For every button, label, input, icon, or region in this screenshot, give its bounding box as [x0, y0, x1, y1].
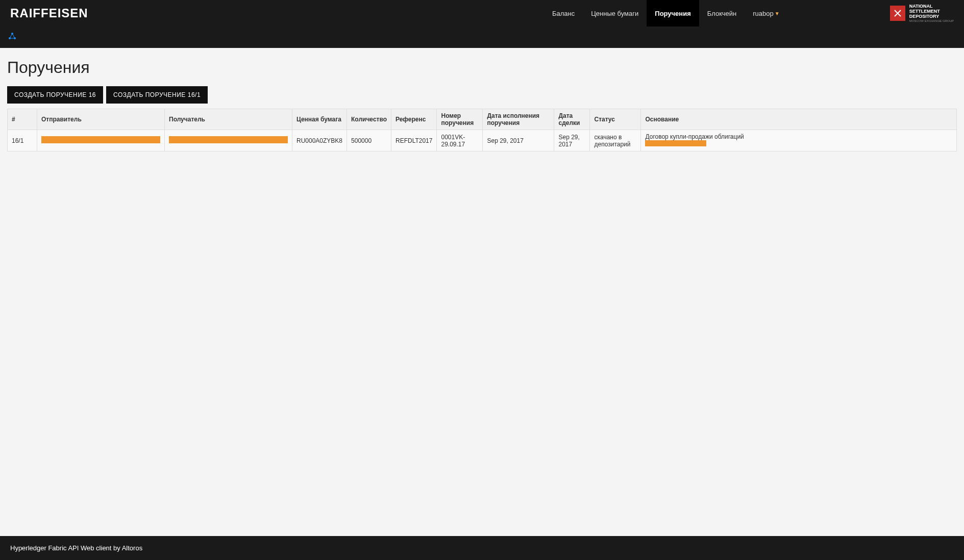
action-buttons: СОЗДАТЬ ПОРУЧЕНИЕ 16 СОЗДАТЬ ПОРУЧЕНИЕ 1… [7, 86, 957, 104]
cell-exec-date: Sep 29, 2017 [483, 130, 554, 151]
table-header-row: # Отправитель Получатель Ценная бумага К… [8, 109, 957, 130]
nav-orders[interactable]: Поручения [647, 0, 699, 27]
th-qty: Количество [347, 109, 391, 130]
cell-trade-date: Sep 29, 2017 [554, 130, 590, 151]
nsd-icon [890, 6, 905, 21]
nsd-line3: DEPOSITORY [909, 14, 954, 19]
th-security: Ценная бумага [292, 109, 347, 130]
th-status: Статус [590, 109, 641, 130]
caret-down-icon: ▼ [775, 11, 780, 16]
nav-securities[interactable]: Ценные бумаги [583, 0, 647, 27]
brand-logo[interactable]: RAIFFEISEN [10, 6, 88, 20]
basis-text: Договор купли-продажи облигаций [645, 133, 744, 140]
nav-balance[interactable]: Баланс [544, 0, 583, 27]
cell-qty: 500000 [347, 130, 391, 151]
redacted-block [41, 136, 160, 143]
cell-security: RU000A0ZYBK8 [292, 130, 347, 151]
th-recipient: Получатель [165, 109, 292, 130]
cell-status: скачано в депозитарий [590, 130, 641, 151]
redacted-block [169, 136, 288, 143]
nav-user-dropdown[interactable]: ruabop▼ [745, 0, 787, 27]
create-order-16-1-button[interactable]: СОЗДАТЬ ПОРУЧЕНИЕ 16/1 [106, 86, 208, 104]
main-nav: Баланс Ценные бумаги Поручения Блокчейн … [544, 0, 788, 27]
network-icon[interactable] [3, 30, 21, 44]
th-exec-date: Дата исполнения поручения [483, 109, 554, 130]
redacted-block [645, 140, 706, 146]
orders-table: # Отправитель Получатель Ценная бумага К… [7, 109, 957, 151]
cell-order-num: 0001VK-29.09.17 [437, 130, 483, 151]
th-num: # [8, 109, 37, 130]
th-ref: Референс [391, 109, 436, 130]
th-basis: Основание [641, 109, 957, 130]
cell-recipient [165, 130, 292, 151]
nav-user-label: ruabop [753, 10, 773, 17]
nsd-sub: MOSCOW EXCHANGE GROUP [909, 19, 954, 22]
th-order-num: Номер поручения [437, 109, 483, 130]
th-trade-date: Дата сделки [554, 109, 590, 130]
nsd-text-block: NATIONAL SETTLEMENT DEPOSITORY MOSCOW EX… [909, 4, 954, 22]
nsd-logo: NATIONAL SETTLEMENT DEPOSITORY MOSCOW EX… [890, 4, 954, 22]
create-order-16-button[interactable]: СОЗДАТЬ ПОРУЧЕНИЕ 16 [7, 86, 103, 104]
cell-ref: REFDLT2017 [391, 130, 436, 151]
nav-blockchain[interactable]: Блокчейн [699, 0, 745, 27]
main-content: Поручения СОЗДАТЬ ПОРУЧЕНИЕ 16 СОЗДАТЬ П… [0, 48, 964, 172]
top-navbar: RAIFFEISEN Баланс Ценные бумаги Поручени… [0, 0, 964, 27]
cell-num: 16/1 [8, 130, 37, 151]
cell-sender [37, 130, 165, 151]
sub-navbar [0, 27, 964, 48]
th-sender: Отправитель [37, 109, 165, 130]
table-row[interactable]: 16/1 RU000A0ZYBK8 500000 REFDLT2017 0001… [8, 130, 957, 151]
page-title: Поручения [7, 58, 957, 77]
cell-basis: Договор купли-продажи облигаций [641, 130, 957, 151]
